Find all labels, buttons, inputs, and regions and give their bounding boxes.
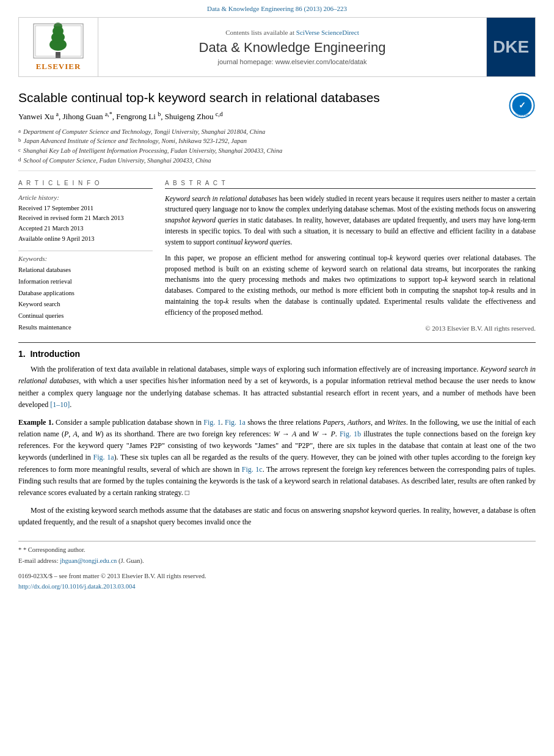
section-divider <box>18 342 536 343</box>
affiliation-c: c Shanghai Key Lab of Intelligent Inform… <box>18 146 501 156</box>
corresponding-label: * Corresponding author. <box>23 546 86 553</box>
fig1-link-1[interactable]: Fig. 1 <box>203 418 221 427</box>
elsevier-brand-text: ELSEVIER <box>36 62 81 72</box>
intro-para-2: Most of the existing keyword search meth… <box>18 505 536 528</box>
elsevier-logo: ELSEVIER <box>32 23 84 72</box>
section-1-heading: 1. Introduction <box>18 349 536 359</box>
affiliation-b-text: Japan Advanced Institute of Science and … <box>24 136 247 146</box>
keyword-3: Database applications <box>18 288 153 299</box>
example-1-text: Example 1. Consider a sample publication… <box>18 417 536 499</box>
example-1-block: Example 1. Consider a sample publication… <box>18 417 536 499</box>
abstract-paragraph-1: Keyword search in relational databases h… <box>165 194 536 248</box>
paper-title-text: Scalable continual top-k keyword search … <box>18 90 380 105</box>
abstract-section-label: A B S T R A C T <box>165 180 536 189</box>
corresponding-author-note: * * Corresponding author. <box>18 545 536 556</box>
sciverse-link[interactable]: SciVerse ScienceDirect <box>296 29 359 36</box>
paper-title-section: Scalable continual top-k keyword search … <box>18 83 536 171</box>
affiliation-c-text: Shanghai Key Lab of Intelligent Informat… <box>23 146 282 156</box>
star-symbol: * <box>18 546 23 553</box>
paper-body: Scalable continual top-k keyword search … <box>18 77 536 592</box>
article-info-label: A R T I C L E I N F O <box>18 180 153 189</box>
journal-title: Data & Knowledge Engineering <box>199 40 386 56</box>
keyword-5: Continual queries <box>18 310 153 322</box>
crossmark-icon: ✓ CrossMark <box>508 92 536 119</box>
paper-authors: Yanwei Xu a, Jihong Guan a,*, Fengrong L… <box>18 111 501 122</box>
keyword-4: Keyword search <box>18 299 153 310</box>
article-dates: Received 17 September 2011 Received in r… <box>18 204 153 244</box>
intro-paragraph-2: Most of the existing keyword search meth… <box>18 505 536 528</box>
svg-text:CrossMark: CrossMark <box>514 113 530 117</box>
footnote-area: * * Corresponding author. E-mail address… <box>18 541 536 567</box>
article-info-abstract: A R T I C L E I N F O Article history: R… <box>18 180 536 334</box>
journal-link[interactable]: Data & Knowledge Engineering 86 (2013) 2… <box>207 5 347 12</box>
keyword-2: Information retrieval <box>18 276 153 288</box>
affiliations: a Department of Computer Science and Tec… <box>18 127 501 166</box>
fig1b-link[interactable]: Fig. 1b <box>340 430 361 438</box>
dke-logo-area: DKE <box>486 18 535 76</box>
section-title: Introduction <box>30 349 80 359</box>
date-received: Received 17 September 2011 <box>18 204 153 214</box>
affiliation-a-text: Department of Computer Science and Techn… <box>23 127 265 137</box>
affiliation-d: d School of Computer Science, Fudan Univ… <box>18 156 501 166</box>
svg-text:✓: ✓ <box>519 100 526 110</box>
keyword-1: Relational databases <box>18 265 153 276</box>
history-label: Article history: <box>18 194 153 201</box>
elsevier-tree-icon <box>32 23 84 59</box>
section-body: With the proliferation of text data avai… <box>18 364 536 411</box>
fig1a-link[interactable]: Fig. 1a <box>225 418 246 427</box>
email-link[interactable]: jhguan@tongji.edu.cn <box>60 557 117 564</box>
email-label: E-mail address: <box>18 557 59 564</box>
date-online: Available online 9 April 2013 <box>18 234 153 244</box>
copyright-line: © 2013 Elsevier B.V. All rights reserved… <box>165 323 536 334</box>
bottom-info: 0169-023X/$ – see front matter © 2013 El… <box>18 571 536 592</box>
fig1a-link-2[interactable]: Fig. 1a <box>93 453 114 461</box>
section-number: 1. <box>18 349 26 359</box>
svg-rect-0 <box>56 52 60 58</box>
doi-line: http://dx.doi.org/10.1016/j.datak.2013.0… <box>18 582 536 592</box>
doi-link[interactable]: http://dx.doi.org/10.1016/j.datak.2013.0… <box>18 583 135 590</box>
affiliation-a: a Department of Computer Science and Tec… <box>18 127 501 137</box>
contents-available-line: Contents lists available at SciVerse Sci… <box>225 29 359 36</box>
paper-title: Scalable continual top-k keyword search … <box>18 89 501 106</box>
section-introduction: 1. Introduction With the proliferation o… <box>18 349 536 528</box>
affiliation-b: b Japan Advanced Institute of Science an… <box>18 136 501 146</box>
article-info-column: A R T I C L E I N F O Article history: R… <box>18 180 153 334</box>
email-suffix: (J. Guan). <box>118 557 144 564</box>
dke-logo-text: DKE <box>493 37 529 57</box>
ref-link-1-10[interactable]: [1–10] <box>50 400 70 409</box>
journal-reference-link[interactable]: Data & Knowledge Engineering 86 (2013) 2… <box>0 0 554 15</box>
title-and-authors: Scalable continual top-k keyword search … <box>18 89 501 166</box>
intro-paragraph-1: With the proliferation of text data avai… <box>18 364 536 411</box>
elsevier-logo-area: ELSEVIER <box>19 18 98 76</box>
abstract-column: A B S T R A C T Keyword search in relati… <box>165 180 536 334</box>
email-line: E-mail address: jhguan@tongji.edu.cn (J.… <box>18 556 536 567</box>
keywords-list: Relational databases Information retriev… <box>18 265 153 334</box>
keyword-6: Results maintenance <box>18 322 153 334</box>
keywords-label: Keywords: <box>18 251 153 262</box>
date-accepted: Accepted 21 March 2013 <box>18 224 153 234</box>
fig1c-link[interactable]: Fig. 1c <box>242 465 263 474</box>
affiliation-d-text: School of Computer Science, Fudan Univer… <box>24 156 211 166</box>
crossmark-area: ✓ CrossMark <box>508 92 536 122</box>
issn-line: 0169-023X/$ – see front matter © 2013 El… <box>18 571 536 582</box>
abstract-paragraph-2: In this paper, we propose an efficient m… <box>165 253 536 318</box>
date-revised: Received in revised form 21 March 2013 <box>18 213 153 224</box>
journal-homepage: journal homepage: www.elsevier.com/locat… <box>218 58 367 65</box>
abstract-text: Keyword search in relational databases h… <box>165 194 536 334</box>
contents-text: Contents lists available at <box>225 29 294 36</box>
journal-header: ELSEVIER Contents lists available at Sci… <box>18 17 536 77</box>
journal-info-center: Contents lists available at SciVerse Sci… <box>98 18 486 76</box>
